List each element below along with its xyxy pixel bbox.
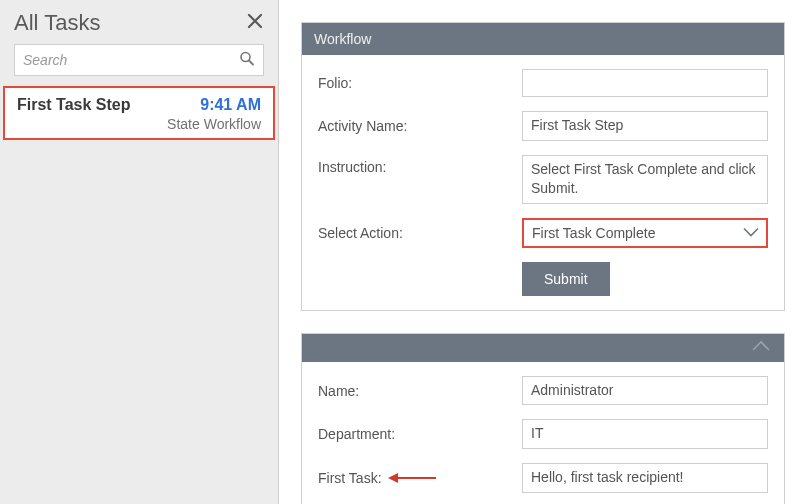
main-content: Workflow Folio: Activity Name: First Tas… bbox=[279, 0, 793, 504]
details-panel-body: Name: Administrator Department: IT First… bbox=[302, 362, 784, 504]
search-input[interactable] bbox=[15, 45, 263, 75]
submit-button[interactable]: Submit bbox=[522, 262, 610, 296]
search-wrap bbox=[0, 44, 278, 86]
workflow-panel-body: Folio: Activity Name: First Task Step In… bbox=[302, 55, 784, 310]
department-label: Department: bbox=[318, 426, 522, 442]
select-action-value: First Task Complete bbox=[532, 225, 655, 241]
first-task-value: Hello, first task recipient! bbox=[522, 463, 768, 493]
folio-row: Folio: bbox=[318, 69, 768, 97]
first-task-label-text: First Task: bbox=[318, 470, 382, 486]
instruction-row: Instruction: Select First Task Complete … bbox=[318, 155, 768, 204]
arrow-annotation-icon bbox=[386, 471, 438, 485]
activity-value: First Task Step bbox=[522, 111, 768, 141]
select-action-label: Select Action: bbox=[318, 225, 522, 241]
details-panel: Name: Administrator Department: IT First… bbox=[301, 333, 785, 504]
task-item-row: First Task Step 9:41 AM bbox=[17, 96, 261, 114]
select-action-row: Select Action: First Task Complete bbox=[318, 218, 768, 248]
activity-row: Activity Name: First Task Step bbox=[318, 111, 768, 141]
task-time: 9:41 AM bbox=[200, 96, 261, 114]
workflow-panel: Workflow Folio: Activity Name: First Tas… bbox=[301, 22, 785, 311]
task-item-workflow: State Workflow bbox=[17, 116, 261, 132]
svg-marker-3 bbox=[388, 473, 398, 483]
search-icon[interactable] bbox=[239, 51, 255, 70]
panel-title: Workflow bbox=[314, 31, 371, 47]
chevron-down-icon bbox=[742, 224, 760, 241]
folio-input[interactable] bbox=[522, 69, 768, 97]
instruction-label: Instruction: bbox=[318, 155, 522, 175]
activity-label: Activity Name: bbox=[318, 118, 522, 134]
workflow-panel-header: Workflow bbox=[302, 23, 784, 55]
details-panel-header[interactable] bbox=[302, 334, 784, 362]
department-row: Department: IT bbox=[318, 419, 768, 449]
chevron-up-icon bbox=[750, 339, 772, 356]
name-row: Name: Administrator bbox=[318, 376, 768, 406]
name-label: Name: bbox=[318, 383, 522, 399]
first-task-row: First Task: Hello, first task recipient! bbox=[318, 463, 768, 493]
first-task-label: First Task: bbox=[318, 470, 522, 486]
task-name: First Task Step bbox=[17, 96, 131, 114]
sidebar-header: All Tasks bbox=[0, 0, 278, 44]
select-action-dropdown[interactable]: First Task Complete bbox=[522, 218, 768, 248]
instruction-value: Select First Task Complete and click Sub… bbox=[522, 155, 768, 204]
folio-label: Folio: bbox=[318, 75, 522, 91]
task-item[interactable]: First Task Step 9:41 AM State Workflow bbox=[3, 86, 275, 140]
close-icon[interactable] bbox=[246, 12, 264, 34]
name-value: Administrator bbox=[522, 376, 768, 406]
search-box bbox=[14, 44, 264, 76]
svg-line-1 bbox=[249, 61, 253, 65]
department-value: IT bbox=[522, 419, 768, 449]
submit-row: Submit bbox=[318, 262, 768, 296]
sidebar-title: All Tasks bbox=[14, 10, 100, 36]
sidebar: All Tasks First Task Step 9:41 AM State … bbox=[0, 0, 279, 504]
